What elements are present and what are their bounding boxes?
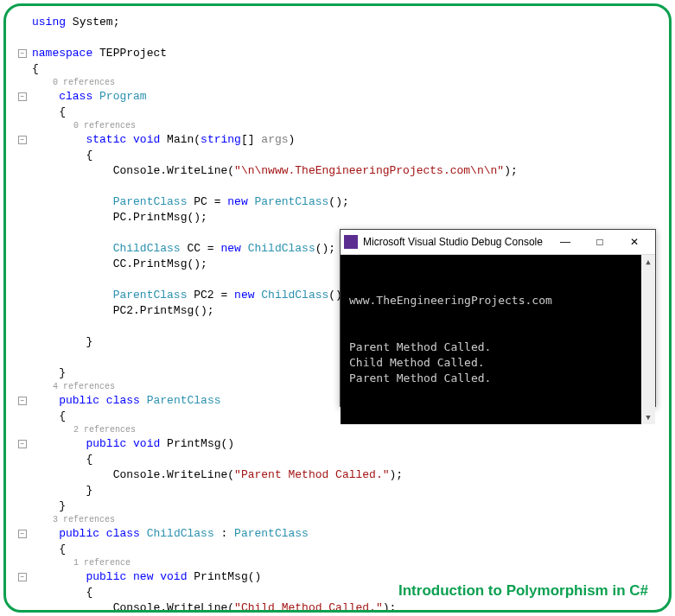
debug-console-window: Microsoft Visual Studio Debug Console — … [340,229,656,407]
string-literal: "Child Method Called." [234,601,383,613]
references-link[interactable]: 0 references [53,78,115,87]
console-title: Microsoft Visual Studio Debug Console [363,236,548,248]
image-caption: Introduction to Polymorphism in C# [398,582,648,600]
references-link[interactable]: 2 references [73,425,136,435]
keyword-namespace: namespace [32,47,92,60]
references-link[interactable]: 3 references [53,515,115,524]
fold-icon[interactable]: − [18,136,27,144]
console-line: www.TheEngineeringProjects.com [349,294,552,307]
scroll-up-icon[interactable]: ▲ [641,255,655,269]
fold-icon[interactable]: − [18,397,27,405]
fold-icon[interactable]: − [18,92,27,101]
vs-icon [344,235,358,249]
string-literal: "\n\nwww.TheEngineeringProjects.com\n\n" [234,164,504,177]
console-line: Child Method Called. [349,356,485,369]
console-line: Parent Method Called. [349,372,491,384]
references-link[interactable]: 0 references [73,121,136,130]
fold-icon[interactable]: − [18,573,27,581]
class-name: ParentClass [147,394,221,407]
close-button[interactable]: ✕ [617,230,652,254]
references-link[interactable]: 4 references [53,382,115,391]
console-output[interactable]: www.TheEngineeringProjects.com Parent Me… [341,255,655,424]
method-name: PrintMsg [167,437,220,450]
editor-frame: using System; −namespace TEPProject { 0 … [3,3,672,613]
minimize-button[interactable]: — [548,230,583,254]
scrollbar[interactable]: ▲ ▼ [641,255,655,424]
class-name: ChildClass [147,527,214,540]
namespace-name: TEPProject [99,47,167,60]
identifier: System [73,16,113,29]
class-name: Program [99,90,147,103]
method-name: PrintMsg [194,570,247,583]
string-literal: "Parent Method Called." [234,468,389,481]
console-line: Parent Method Called. [349,340,491,353]
scroll-down-icon[interactable]: ▼ [641,410,655,424]
keyword-using: using [32,16,66,29]
method-name: Main [167,133,194,146]
fold-icon[interactable]: − [18,530,27,538]
maximize-button[interactable]: □ [583,230,617,254]
fold-icon[interactable]: − [18,440,27,448]
console-titlebar[interactable]: Microsoft Visual Studio Debug Console — … [341,230,655,255]
references-link[interactable]: 1 reference [73,558,131,568]
fold-icon[interactable]: − [18,49,27,58]
